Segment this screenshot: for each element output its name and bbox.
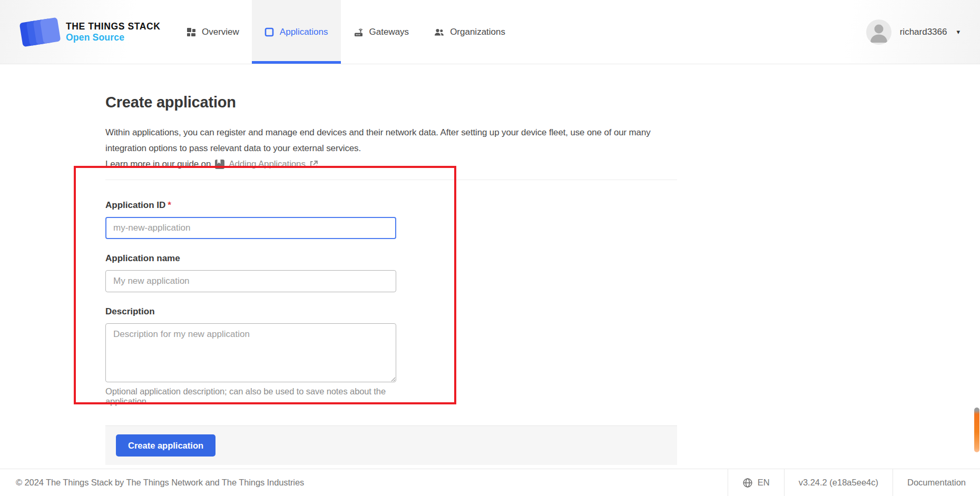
applications-icon (264, 27, 274, 37)
main-nav: Overview Applications (174, 0, 518, 64)
copyright-text: © 2024 The Things Stack by The Things Ne… (0, 469, 728, 496)
nav-label: Overview (202, 27, 239, 37)
section-divider (105, 180, 677, 180)
description-helper-text: Optional application description; can al… (105, 386, 396, 406)
language-selector[interactable]: EN (728, 469, 784, 496)
learn-more-row: Learn more in our guide on Adding Applic… (105, 156, 677, 172)
application-id-input[interactable] (105, 217, 396, 239)
brand-logo[interactable]: THE THINGS STACK Open Source (0, 0, 174, 64)
page-title: Create application (105, 94, 677, 111)
globe-icon (742, 478, 753, 488)
username: richard3366 (900, 27, 947, 37)
scrollbar-thumb[interactable] (974, 408, 979, 452)
nav-label: Gateways (369, 27, 409, 37)
avatar (866, 19, 891, 45)
application-id-label: Application ID* (105, 200, 396, 211)
application-name-field: Application name (105, 253, 396, 292)
user-menu[interactable]: richard3366 ▾ (866, 0, 980, 64)
nav-item-overview[interactable]: Overview (174, 0, 252, 64)
organizations-people-icon (434, 27, 444, 37)
nav-label: Applications (280, 27, 328, 37)
create-application-button[interactable]: Create application (116, 434, 215, 457)
application-name-label: Application name (105, 253, 396, 264)
description-field: Description Optional application descrip… (105, 306, 396, 406)
documentation-link[interactable]: Documentation (893, 469, 980, 496)
nav-label: Organizations (450, 27, 505, 37)
top-navbar: THE THINGS STACK Open Source Overview Ap… (0, 0, 980, 64)
intro-line-2: integration options to pass relevant dat… (105, 143, 361, 153)
description-label: Description (105, 306, 396, 317)
main-content: Create application Within applications, … (0, 64, 980, 468)
brand-subtitle: Open Source (66, 32, 160, 43)
nav-item-applications[interactable]: Applications (252, 0, 341, 64)
adding-applications-link[interactable]: Adding Applications (229, 156, 306, 172)
application-name-input[interactable] (105, 270, 396, 292)
intro-text: Within applications, you can register an… (105, 125, 677, 156)
application-id-field: Application ID* (105, 200, 396, 239)
chevron-down-icon: ▾ (956, 28, 960, 36)
gateway-router-icon (354, 27, 364, 37)
learn-more-prefix: Learn more in our guide on (105, 156, 211, 172)
learn-more-suffix: . (322, 156, 325, 172)
nav-item-organizations[interactable]: Organizations (422, 0, 518, 64)
version-info: v3.24.2 (e18a5ee4c) (784, 469, 893, 496)
required-asterisk: * (168, 200, 171, 210)
book-icon (214, 159, 225, 170)
nav-item-gateways[interactable]: Gateways (341, 0, 422, 64)
footer: © 2024 The Things Stack by The Things Ne… (0, 469, 980, 496)
create-application-form: Application ID* Application name Descrip… (105, 200, 677, 406)
intro-line-1: Within applications, you can register an… (105, 127, 651, 137)
language-label: EN (758, 478, 770, 488)
overview-grid-icon (187, 27, 196, 37)
brand-title: THE THINGS STACK (66, 21, 160, 32)
submit-bar: Create application (105, 425, 677, 465)
description-textarea[interactable] (105, 323, 396, 382)
brand-text: THE THINGS STACK Open Source (66, 21, 160, 43)
external-link-icon (309, 160, 318, 169)
things-stack-logo-icon (21, 17, 58, 47)
